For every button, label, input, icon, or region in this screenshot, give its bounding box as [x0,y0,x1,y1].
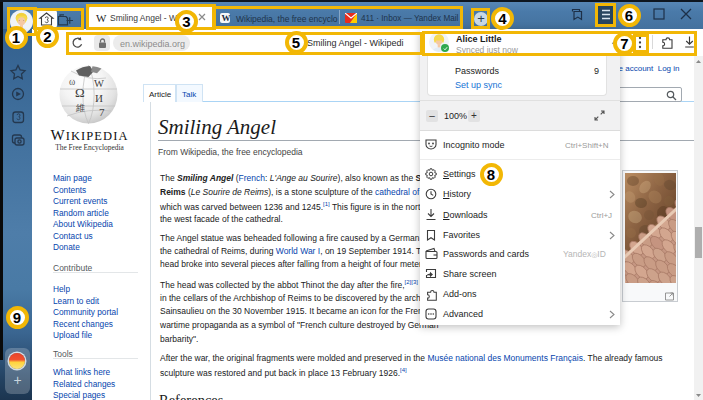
svg-text:И: И [95,92,103,104]
svg-text:7: 7 [99,106,105,118]
svg-text:Ω: Ω [75,85,85,100]
svg-text:W: W [94,78,104,89]
svg-text:維: 維 [75,103,85,113]
svg-text:ω: ω [69,77,75,87]
